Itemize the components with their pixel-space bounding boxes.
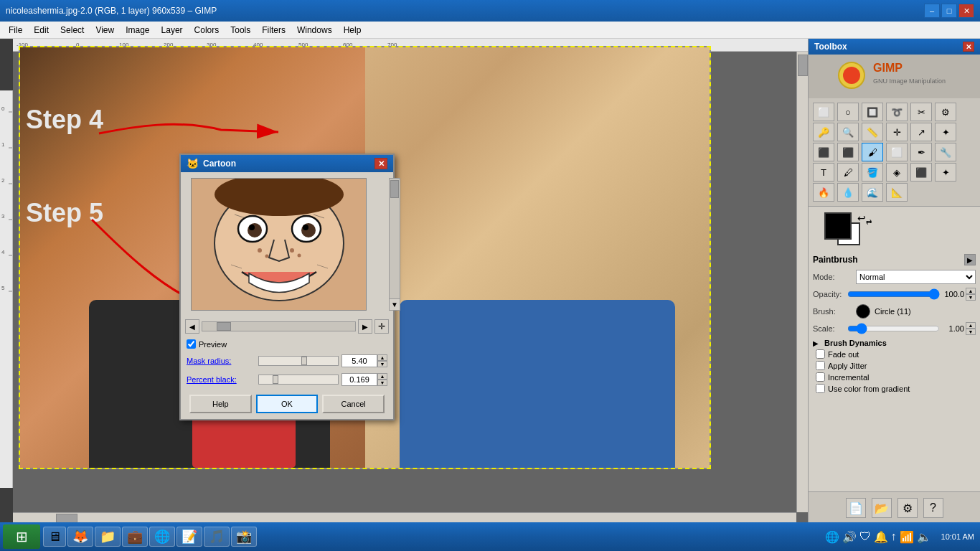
tool-color-pick[interactable]: 🔑 — [813, 123, 834, 141]
mask-radius-spin-up[interactable]: ▲ — [377, 354, 387, 361]
mode-select[interactable]: Normal Dissolve Multiply — [856, 270, 976, 284]
maximize-button[interactable]: □ — [941, 4, 957, 18]
taskbar-item-3[interactable]: 📁 — [95, 527, 121, 547]
tool-paths[interactable]: ⚙ — [935, 103, 956, 121]
vertical-scrollbar[interactable] — [796, 52, 808, 512]
taskbar-item-8[interactable]: 📸 — [231, 527, 257, 547]
menu-tools[interactable]: Tools — [225, 24, 256, 37]
percent-black-spinbutton[interactable]: ▲ ▼ — [377, 373, 387, 386]
tool-crop[interactable]: ✦ — [935, 123, 956, 141]
close-button[interactable]: ✕ — [958, 4, 974, 18]
tool-airbrush[interactable]: ✒ — [910, 143, 932, 161]
scroll-down-btn[interactable]: ▼ — [390, 298, 400, 310]
percent-black-track[interactable] — [258, 375, 339, 385]
tool-rect-select[interactable]: ⬜ — [813, 103, 834, 121]
menu-file[interactable]: File — [3, 24, 28, 37]
minimize-button[interactable]: – — [924, 4, 940, 18]
menu-view[interactable]: View — [90, 24, 120, 37]
paintbrush-expand-button[interactable]: ▶ — [964, 254, 976, 265]
scale-spinbutton[interactable]: ▲ ▼ — [966, 322, 976, 335]
help-icon[interactable]: ? — [923, 498, 943, 518]
percent-black-spin-down[interactable]: ▼ — [377, 380, 387, 386]
tool-blend[interactable]: ◈ — [886, 163, 908, 182]
tool-scissors[interactable]: ✂ — [910, 103, 932, 121]
tool-transform[interactable]: 📐 — [886, 183, 908, 202]
scale-spin-up[interactable]: ▲ — [966, 322, 976, 329]
taskbar-item-6[interactable]: 📝 — [176, 527, 202, 547]
tool-convolve[interactable]: 💧 — [837, 183, 859, 202]
tool-paintbrush[interactable]: 🖌 — [862, 143, 883, 161]
tool-clone[interactable]: 🔥 — [813, 183, 834, 202]
taskbar-item-7[interactable]: 🎵 — [204, 527, 230, 547]
start-button[interactable]: ⊞ — [3, 524, 40, 549]
tool-align[interactable]: ↗ — [910, 123, 932, 141]
mask-radius-track[interactable] — [258, 356, 339, 366]
tool-zoom[interactable]: 🔍 — [837, 123, 859, 141]
menu-edit[interactable]: Edit — [28, 24, 55, 37]
menu-layer[interactable]: Layer — [156, 24, 189, 37]
taskbar-item-2[interactable]: 🦊 — [67, 527, 93, 547]
new-image-icon[interactable]: 📄 — [846, 498, 866, 518]
taskbar-item-5[interactable]: 🌐 — [149, 527, 175, 547]
cartoon-cancel-button[interactable]: Cancel — [322, 395, 385, 413]
menu-colors[interactable]: Colors — [189, 24, 225, 37]
mask-radius-spin-down[interactable]: ▼ — [377, 361, 387, 367]
tool-bucket[interactable]: 🪣 — [862, 163, 883, 182]
cartoon-ok-button[interactable]: OK — [256, 395, 319, 413]
canvas-area[interactable]: -100 0 100 200 300 400 500 600 700 — [13, 39, 808, 524]
cartoon-help-button[interactable]: Help — [189, 395, 252, 413]
fade-out-checkbox[interactable] — [816, 349, 825, 359]
percent-black-spin-up[interactable]: ▲ — [377, 373, 387, 380]
tool-heal[interactable]: 🔧 — [935, 143, 956, 161]
opacity-spin-down[interactable]: ▼ — [966, 294, 976, 301]
incremental-checkbox[interactable] — [816, 372, 825, 382]
apply-jitter-checkbox[interactable] — [816, 361, 825, 370]
menu-filters[interactable]: Filters — [256, 24, 291, 37]
brush-preview[interactable] — [856, 304, 870, 319]
tool-move[interactable]: ✛ — [886, 123, 908, 141]
tool-smudge[interactable]: ✦ — [935, 163, 956, 182]
tool-pen[interactable]: 🖊 — [837, 163, 859, 182]
nav-scroll-thumb[interactable] — [217, 322, 231, 331]
tool-text[interactable]: T — [813, 163, 834, 182]
tool-warp[interactable]: 🌊 — [862, 183, 883, 202]
dynamics-expand-icon[interactable]: ▶ — [813, 339, 821, 347]
tool-free-select[interactable]: 🔲 — [862, 103, 883, 121]
tool-scale[interactable]: ⬛ — [837, 143, 859, 161]
menu-select[interactable]: Select — [55, 24, 90, 37]
swap-colors-icon[interactable]: ⇄ — [866, 218, 872, 226]
nav-hscroll[interactable] — [202, 321, 356, 331]
nav-right-arrow[interactable]: ▶ — [358, 319, 372, 334]
toolbox-close-button[interactable]: ✕ — [963, 42, 974, 52]
cartoon-preview-vscroll[interactable]: ▼ — [389, 178, 400, 311]
taskbar-item-1[interactable]: 🖥 — [43, 527, 66, 547]
menu-windows[interactable]: Windows — [291, 24, 338, 37]
cartoon-preview-checkbox[interactable] — [187, 339, 196, 349]
window-controls[interactable]: – □ ✕ — [924, 4, 974, 18]
tool-rotate[interactable]: ⬛ — [813, 143, 834, 161]
nav-cross-icon[interactable]: ✛ — [374, 319, 389, 334]
nav-left-arrow[interactable]: ◀ — [185, 319, 199, 334]
use-color-checkbox[interactable] — [816, 384, 825, 393]
menu-image[interactable]: Image — [120, 24, 155, 37]
mask-radius-link[interactable]: Mask radius: — [187, 357, 231, 365]
reset-colors-icon[interactable]: ↩ — [857, 212, 866, 224]
preferences-icon[interactable]: ⚙ — [897, 498, 918, 518]
cartoon-preview-vscroll-thumb[interactable] — [390, 180, 399, 198]
tool-measure[interactable]: 📏 — [862, 123, 883, 141]
cartoon-dialog-close-button[interactable]: ✕ — [374, 158, 387, 169]
menu-help[interactable]: Help — [338, 24, 367, 37]
taskbar-item-4[interactable]: 💼 — [122, 527, 148, 547]
mask-radius-thumb[interactable] — [301, 357, 307, 365]
mask-radius-spinbutton[interactable]: ▲ ▼ — [377, 354, 387, 367]
foreground-color-swatch[interactable] — [824, 212, 852, 240]
open-image-icon[interactable]: 📂 — [872, 498, 892, 518]
percent-black-link[interactable]: Percent black: — [187, 375, 237, 384]
tool-fuzzy-select[interactable]: ➰ — [886, 103, 908, 121]
tool-eraser[interactable]: ⬜ — [886, 143, 908, 161]
percent-black-thumb[interactable] — [273, 375, 278, 384]
tool-dodge[interactable]: ⬛ — [910, 163, 932, 182]
vscroll-thumb[interactable] — [798, 55, 808, 76]
scale-spin-down[interactable]: ▼ — [966, 329, 976, 335]
tool-ellipse-select[interactable]: ○ — [837, 103, 859, 121]
